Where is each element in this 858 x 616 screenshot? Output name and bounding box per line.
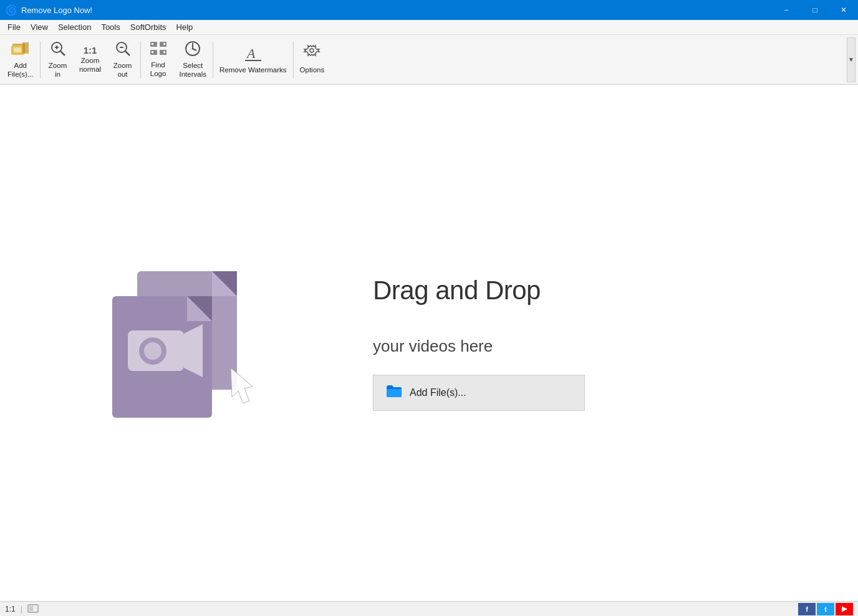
main-content: Drag and Drop your videos here Add File(…: [0, 85, 858, 601]
select-intervals-button[interactable]: Select Intervals: [175, 37, 211, 82]
remove-watermarks-icon: A: [244, 44, 263, 64]
svg-point-24: [310, 49, 314, 52]
facebook-button[interactable]: f: [798, 603, 816, 615]
svg-rect-13: [163, 43, 165, 45]
app-icon: 🌀: [5, 4, 17, 16]
svg-rect-15: [152, 51, 153, 53]
drag-drop-subtitle: your videos here: [373, 337, 493, 356]
toolbar: Add File(s)... Zoom in 1:1 Zoom normal: [0, 35, 858, 85]
menu-softorbits[interactable]: SoftOrbits: [125, 20, 171, 34]
toolbar-scroll-right[interactable]: ▼: [847, 37, 856, 82]
svg-rect-12: [160, 42, 166, 47]
zoom-normal-button[interactable]: 1:1 Zoom normal: [74, 37, 107, 82]
maximize-button[interactable]: □: [801, 0, 829, 20]
zoom-in-label: Zoom in: [49, 62, 67, 79]
toolbar-sep-2: [140, 41, 141, 79]
zoom-out-label: Zoom out: [113, 62, 132, 79]
youtube-button[interactable]: ▶: [836, 603, 853, 615]
status-thumb-icon: [27, 604, 39, 614]
menu-file[interactable]: File: [2, 20, 26, 34]
toolbar-sep-1: [40, 41, 41, 79]
remove-watermarks-label: Remove Watermarks: [219, 66, 287, 75]
svg-marker-32: [184, 324, 203, 377]
svg-point-21: [192, 48, 194, 50]
social-icons: f t ▶: [798, 603, 853, 615]
remove-watermarks-button[interactable]: A Remove Watermarks: [214, 37, 292, 82]
menu-view[interactable]: View: [26, 20, 53, 34]
svg-line-9: [125, 51, 130, 55]
twitter-button[interactable]: t: [817, 603, 834, 615]
svg-rect-10: [150, 42, 157, 47]
svg-line-6: [60, 51, 65, 55]
svg-point-34: [144, 342, 161, 360]
status-bar: 1:1 | f t ▶: [0, 601, 858, 616]
drop-area: Drag and Drop your videos here Add File(…: [373, 276, 585, 411]
svg-marker-2: [22, 42, 29, 54]
minimize-button[interactable]: −: [772, 0, 801, 20]
find-logo-icon: [149, 41, 168, 59]
svg-rect-11: [152, 43, 153, 45]
zoom-in-icon: [49, 40, 67, 60]
status-left: 1:1 |: [5, 604, 39, 614]
folder-icon: [386, 384, 402, 402]
menu-selection[interactable]: Selection: [53, 20, 96, 34]
zoom-out-button[interactable]: Zoom out: [107, 37, 139, 82]
add-files-main-button[interactable]: Add File(s)...: [373, 375, 585, 411]
find-logo-label: Find Logo: [150, 61, 166, 79]
title-bar-controls: − □ ✕: [772, 0, 858, 20]
options-icon: [303, 44, 321, 64]
drag-drop-title: Drag and Drop: [373, 276, 541, 306]
toolbar-sep-4: [293, 41, 294, 79]
svg-marker-35: [231, 368, 253, 403]
status-separator: |: [21, 605, 22, 614]
find-logo-button[interactable]: Find Logo: [142, 37, 175, 82]
svg-rect-37: [29, 606, 33, 611]
menu-bar: File View Selection Tools SoftOrbits Hel…: [0, 20, 858, 35]
app-title: Remove Logo Now!: [21, 6, 92, 15]
title-bar: 🌀 Remove Logo Now! − □ ✕: [0, 0, 858, 20]
zoom-out-icon: [114, 40, 132, 60]
toolbar-scroll: Add File(s)... Zoom in 1:1 Zoom normal: [2, 37, 847, 82]
select-intervals-label: Select Intervals: [180, 62, 206, 79]
svg-rect-16: [160, 50, 166, 55]
menu-tools[interactable]: Tools: [96, 20, 125, 34]
zoom-ratio: 1:1: [5, 605, 16, 614]
select-intervals-icon: [184, 40, 201, 60]
toolbar-sep-3: [213, 41, 213, 79]
svg-rect-17: [163, 51, 165, 53]
zoom-normal-icon: 1:1: [84, 46, 97, 55]
close-button[interactable]: ✕: [829, 0, 858, 20]
options-button[interactable]: Options: [295, 37, 330, 82]
add-files-label: Add File(s)...: [7, 62, 34, 79]
zoom-in-button[interactable]: Zoom in: [42, 37, 74, 82]
menu-help[interactable]: Help: [171, 20, 198, 34]
add-files-icon: [11, 40, 30, 60]
svg-rect-14: [150, 50, 157, 55]
title-bar-left: 🌀 Remove Logo Now!: [5, 4, 92, 16]
add-files-btn-label: Add File(s)...: [410, 387, 466, 398]
zoom-normal-label: Zoom normal: [79, 57, 101, 74]
options-label: Options: [300, 66, 325, 75]
video-illustration: [87, 253, 268, 433]
svg-text:A: A: [246, 46, 256, 61]
add-files-toolbar-button[interactable]: Add File(s)...: [2, 37, 39, 82]
